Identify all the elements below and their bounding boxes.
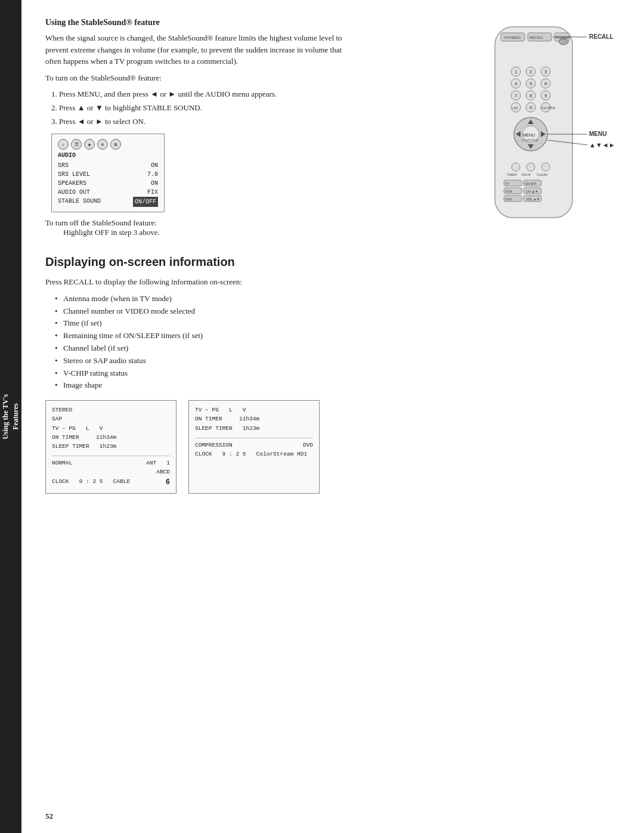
svg-text:TV/VIDEO: TV/VIDEO [504,36,521,39]
bullet-4: Remaining time of ON/SLEEP timers (if se… [55,330,451,342]
svg-text:5: 5 [530,81,532,86]
svg-text:MENU: MENU [589,131,606,137]
icon-3: ◈ [84,139,95,150]
box2-bottom-row1: COMPRESSION DVD [195,441,313,450]
svg-text:▲▼◄►: ▲▼◄► [589,141,615,148]
svg-text:RECALL: RECALL [530,36,544,39]
box1-bottom-row2: ABCD [52,467,170,476]
svg-text:TIMER: TIMER [507,173,517,176]
svg-point-7 [559,39,568,45]
svg-text:4: 4 [515,81,518,86]
box1-bottom-row3: CLOCK 9 : 2 5 CABLE 6 [52,477,170,488]
step-2: 2. Press ▲ or ▼ to highlight STABLE SOUN… [51,102,355,114]
menu-row-srs: SRSON [58,161,158,170]
bullet-1: Antenna mode (when in TV mode) [55,293,451,305]
box1-on-timer: ON TIMER 11h34m [52,433,170,442]
svg-text:CH RTN: CH RTN [541,106,555,110]
step-3: 3. Press ◄ or ► to select ON. [51,116,355,128]
icon-5: ⊞ [110,139,121,150]
on-screen-intro: Press RECALL to display the following in… [45,276,451,288]
sidebar-tab: Using the TV's Features [0,0,21,833]
svg-point-40 [512,163,520,171]
menu-row-srs-level: SRS LEVEL7.0 [58,170,158,179]
on-screen-bullets: Antenna mode (when in TV mode) Channel n… [55,293,451,392]
svg-text:DVD: DVD [505,197,512,201]
stablesound-title: Using the StableSound® feature [45,18,355,27]
box2-bottom-row2: CLOCK 9 : 2 5 ColorStream HD1 [195,450,313,459]
stablesound-turn-off: To turn off the StableSound feature: [45,218,355,228]
box2-on-timer: ON TIMER 11h34m [195,414,313,423]
icon-2: ☰ [71,139,82,150]
svg-text:9: 9 [544,93,547,98]
stablesound-turn-on-intro: To turn on the StableSound® feature: [45,72,355,84]
menu-row-audio-out: AUDIO OUTFIX [58,188,158,197]
remote-svg: TV/VIDEO RECALL POWER 1 2 3 4 5 6 7 [459,24,620,244]
svg-text:CLEAR: CLEAR [537,173,547,176]
svg-text:RECALL: RECALL [589,33,614,40]
stablesound-steps: 1. Press MENU, and then press ◄ or ► unt… [51,88,355,128]
sidebar-label: Using the TV's Features [1,394,21,439]
box1-stereo: STEREO [52,405,170,414]
box1-sleep-timer: SLEEP TIMER 1h23m [52,442,170,451]
svg-text:CB-SAT: CB-SAT [525,182,537,185]
svg-text:3: 3 [544,69,547,75]
bullet-6: Stereo or SAP audio status [55,355,451,367]
stablesound-highlight-off: Highlight OFF in step 3 above. [63,228,355,237]
svg-text:CH/DONE: CH/DONE [522,138,538,142]
svg-text:VOL ▲▼: VOL ▲▼ [526,197,540,201]
icon-4: ⊙ [97,139,108,150]
bullet-3: Time (if set) [55,317,451,330]
page-number: 52 [45,812,53,821]
stable-sound-value: ON/OFF [133,197,158,207]
bullet-2: Channel number or VIDEO mode selected [55,305,451,318]
main-content: TV/VIDEO RECALL POWER 1 2 3 4 5 6 7 [21,0,644,833]
svg-text:FAV▼: FAV▼ [522,173,531,176]
svg-text:1: 1 [515,69,518,75]
stablesound-body: When the signal source is changed, the S… [45,32,355,67]
box1-bottom: NORMAL ANT 1 ABCD CLOCK 9 : 2 5 CABLE 6 [52,456,170,488]
svg-text:+10: +10 [512,106,518,110]
on-screen-section: Displaying on-screen information Press R… [45,255,451,493]
svg-text:2: 2 [530,69,532,75]
remote-control-area: TV/VIDEO RECALL POWER 1 2 3 4 5 6 7 [459,24,626,247]
svg-text:8: 8 [530,93,532,98]
svg-text:MENU: MENU [523,133,535,137]
info-boxes-container: STEREO SAP TV – PG L V ON TIMER 11h34m S… [45,400,451,494]
svg-text:VCR: VCR [505,190,512,193]
menu-row-speakers: SPEAKERSON [58,179,158,188]
svg-text:7: 7 [515,93,518,98]
svg-text:TV: TV [505,182,509,185]
bullet-5: Channel label (if set) [55,342,451,355]
box2-bottom: COMPRESSION DVD CLOCK 9 : 2 5 ColorStrea… [195,438,313,459]
box1-rating: TV – PG L V [52,424,170,433]
box1-sap: SAP [52,414,170,423]
svg-text:CH ▲▼: CH ▲▼ [526,190,538,193]
box2-sleep-timer: SLEEP TIMER 1h23m [195,424,313,433]
step-1: 1. Press MENU, and then press ◄ or ► unt… [51,88,355,101]
box2-rating: TV – PG L V [195,405,313,414]
menu-row-stable-sound: STABLE SOUND ON/OFF [58,197,158,207]
on-screen-heading: Displaying on-screen information [45,255,451,269]
bullet-7: V-CHIP rating status [55,367,451,380]
icon-1: ♪ [58,139,69,150]
svg-point-41 [527,163,535,171]
box1-bottom-row1: NORMAL ANT 1 [52,459,170,467]
bullet-8: Image shape [55,379,451,392]
info-box-2: TV – PG L V ON TIMER 11h34m SLEEP TIMER … [188,400,320,494]
audio-menu-screenshot: ♪ ☰ ◈ ⊙ ⊞ AUDIO SRSON SRS LEVEL7.0 SPEAK… [51,134,165,212]
info-box-1: STEREO SAP TV – PG L V ON TIMER 11h34m S… [45,400,177,494]
audio-label: AUDIO [58,152,158,159]
svg-text:0: 0 [530,105,532,110]
audio-menu-icons-row: ♪ ☰ ◈ ⊙ ⊞ [58,139,158,150]
stablesound-section: Using the StableSound® feature When the … [45,18,355,237]
svg-point-42 [541,163,550,171]
svg-text:6: 6 [544,81,547,86]
